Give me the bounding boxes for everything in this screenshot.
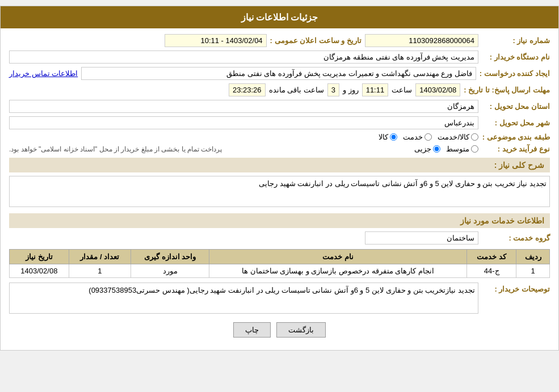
shahr-value: بندرعباس <box>9 116 478 129</box>
tarikh-value: 1403/02/08 <box>415 83 460 96</box>
radio-jozyi-item: جزیی <box>414 145 440 153</box>
shahr-label: شهر محل تحویل : <box>482 119 550 127</box>
cell-radif: 1 <box>516 264 550 278</box>
col-kod: کد خدمت <box>466 250 516 264</box>
col-tarikh: تاریخ نیاز <box>10 250 69 264</box>
cell-tarikh: 1403/02/08 <box>10 264 69 278</box>
tarikh-etela-value: 1403/02/04 - 10:11 <box>165 34 267 47</box>
tarikh-etela-label: تاریخ و ساعت اعلان عمومی : <box>270 36 362 45</box>
ostan-value: هرمزگان <box>9 100 478 113</box>
sharh-koli-textarea[interactable] <box>9 176 550 207</box>
bazgasht-button[interactable]: بازگشت <box>276 322 326 338</box>
radio-jozyi[interactable] <box>433 145 440 153</box>
farayand-radio-group: متوسط جزیی <box>225 145 478 153</box>
radio-khadamat[interactable] <box>424 133 432 141</box>
baqi-mande-value: 23:23:26 <box>229 83 266 96</box>
tabaqe-label: طبقه بندی موضوعی : <box>482 133 550 141</box>
col-vahed: واحد اندازه گیری <box>131 250 209 264</box>
farayand-desc: پرداخت تمام یا بخشی از مبلغ خریدار از مح… <box>9 145 222 153</box>
chap-button[interactable]: چاپ <box>233 322 271 338</box>
radio-kala-item: کالا <box>379 133 397 141</box>
tabaqe-radio-group: کالا/خدمت خدمت کالا <box>9 133 478 141</box>
radio-jozyi-label: جزیی <box>414 145 431 153</box>
table-row: 1ج-44انجام کارهای متفرقه درخصوص بازسازی … <box>10 264 550 278</box>
radio-kala-khadamat-label: کالا/خدمت <box>438 133 469 141</box>
radio-kala-khadamat[interactable] <box>471 133 478 141</box>
col-radif: ردیف <box>516 250 550 264</box>
col-tedad: تعداد / مقدار <box>69 250 131 264</box>
radio-kala-label: کالا <box>379 133 388 141</box>
goroh-khadamat-label: گروه خدمت : <box>482 234 550 242</box>
rooz-label: روز و <box>343 86 359 94</box>
khadamat-table: ردیف کد خدمت نام خدمت واحد اندازه گیری ت… <box>9 249 550 278</box>
shmare-niyaz-value: 1103092868000064 <box>365 34 478 47</box>
button-row: بازگشت چاپ <box>9 322 550 338</box>
saat-label: ساعت <box>392 86 412 94</box>
nam-dastgah-value: مدیریت پخش فرآورده های نفتی منطقه هرمزگا… <box>9 50 478 64</box>
radio-kala-khadamat-item: کالا/خدمت <box>438 133 478 141</box>
radio-kala[interactable] <box>390 133 397 141</box>
ijad-konande-value: فاضل ورع مهندسی نگهداشت و تعمیرات مدیریت… <box>81 67 476 80</box>
radio-motovaset-label: متوسط <box>446 145 469 153</box>
cell-tedad: 1 <box>69 264 131 278</box>
baqi-mande-label: ساعت باقی مانده <box>269 86 324 94</box>
goroh-khadamat-value: ساختمان <box>365 231 478 245</box>
rooz-value: 3 <box>327 83 339 96</box>
radio-khadamat-label: خدمت <box>403 133 423 141</box>
radio-khadamat-item: خدمت <box>403 133 432 141</box>
mohlat-ersal-label: مهلت ارسال پاسخ: تا تاریخ : <box>464 86 550 94</box>
cell-nam_khadamat: انجام کارهای متفرقه درخصوص بازسازی و بهس… <box>209 264 467 278</box>
cell-kod_khadamat: ج-44 <box>466 264 516 278</box>
saat-value: 11:11 <box>362 83 389 96</box>
nam-dastgah-label: نام دستگاه خریدار : <box>482 53 550 61</box>
radio-motovaset[interactable] <box>471 145 478 153</box>
cell-vahed: مورد <box>131 264 209 278</box>
radio-motovaset-item: متوسط <box>446 145 478 153</box>
shmare-niyaz-label: شماره نیاز : <box>482 36 550 45</box>
ettelaat-tamas-link[interactable]: اطلاعات تماس خریدار <box>9 69 78 78</box>
farayand-label: نوع فرآیند خرید : <box>482 145 550 153</box>
sharh-koli-section: شرح کلی نیاز : <box>9 158 550 172</box>
ostan-label: استان محل تحویل : <box>482 102 550 111</box>
tozihat-label: توصیحات خریدار : <box>482 283 550 293</box>
tozihat-textarea[interactable] <box>9 283 478 314</box>
khadamat-section-title: اطلاعات خدمات مورد نیاز <box>9 213 550 228</box>
page-title: جزئیات اطلاعات نیاز <box>1 6 558 28</box>
col-nam: نام خدمت <box>209 250 467 264</box>
ijad-konande-label: ایجاد کننده درخواست : <box>480 69 550 78</box>
